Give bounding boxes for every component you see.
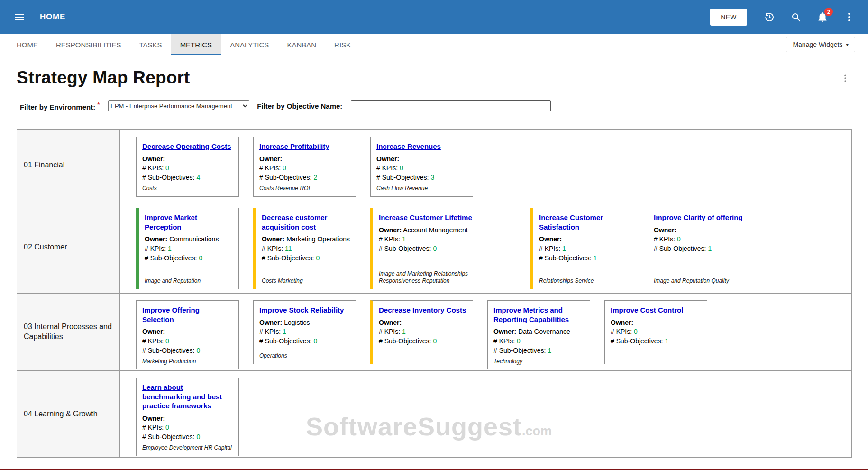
owner-value: Data Governance [518, 328, 570, 335]
tab-home[interactable]: HOME [8, 34, 47, 55]
card-tags: Image and Reputation [145, 275, 233, 285]
objective-link[interactable]: Improve Stock Reliability [259, 305, 350, 315]
card-tags: Cash Flow Revenue [376, 183, 467, 193]
subobj-value: 1 [548, 347, 551, 354]
owner-label: Owner: [379, 226, 402, 234]
tab-tasks[interactable]: TASKS [130, 34, 171, 55]
topbar-right: NEW 2 [710, 9, 855, 26]
widget-kebab-menu-icon[interactable] [841, 74, 850, 85]
kpis-value: 1 [402, 235, 406, 243]
overflow-menu-icon[interactable] [843, 11, 855, 23]
card-tags [611, 358, 701, 360]
row-label: 03 Internal Processes and Capabilities [17, 294, 120, 370]
objective-link[interactable]: Decrease Inventory Costs [379, 305, 467, 315]
card-tags: Marketing Production [142, 356, 233, 366]
topbar-left: HOME [13, 11, 65, 23]
objective-link[interactable]: Decrease Operating Costs [142, 142, 233, 151]
subobj-value: 0 [196, 433, 200, 441]
kpis-label: # KPIs: [379, 328, 400, 335]
subobj-line: # Sub-Objectives: 1 [611, 337, 701, 346]
kpis-line: # KPIs: 1 [379, 235, 510, 244]
kpis-line: # KPIs: 0 [376, 164, 467, 173]
notification-badge: 2 [824, 8, 833, 16]
objective-card: Increase Revenues Owner: # KPIs: 0 # Sub… [370, 137, 473, 197]
new-button[interactable]: NEW [710, 9, 747, 26]
objective-card: Learn about benchmarking and best practi… [136, 378, 239, 456]
menu-icon[interactable] [13, 11, 26, 23]
subobj-label: # Sub-Objectives: [142, 433, 195, 441]
subobj-line: # Sub-Objectives: 0 [379, 244, 510, 254]
tab-analytics[interactable]: ANALYTICS [221, 34, 278, 55]
owner-line: Owner: [142, 155, 233, 164]
subobj-line: # Sub-Objectives: 0 [145, 254, 233, 263]
subobj-value: 3 [430, 174, 434, 181]
objective-link[interactable]: Improve Metrics and Reporting Capabiliti… [493, 305, 584, 324]
subobj-value: 0 [433, 245, 437, 252]
subobj-label: # Sub-Objectives: [259, 337, 312, 345]
row-label: 02 Customer [17, 201, 120, 293]
kpis-value: 0 [165, 424, 169, 431]
history-icon[interactable] [763, 11, 776, 23]
owner-label: Owner: [262, 235, 284, 243]
objective-link[interactable]: Increase Customer Lifetime [379, 213, 510, 222]
subobj-label: # Sub-Objectives: [262, 254, 314, 262]
subobj-label: # Sub-Objectives: [654, 245, 706, 252]
tab-metrics[interactable]: METRICS [171, 34, 221, 55]
tab-risk[interactable]: RISK [325, 34, 360, 55]
environment-filter-label-text: Filter by Environment: [20, 103, 95, 111]
owner-line: Owner: Communications [145, 235, 233, 244]
card-tags: Costs Marketing [262, 275, 350, 285]
kpis-label: # KPIs: [379, 235, 400, 243]
kpis-value: 1 [402, 328, 406, 335]
owner-line: Owner: [654, 226, 744, 235]
subobj-line: # Sub-Objectives: 4 [142, 173, 233, 183]
objective-link[interactable]: Improve Offering Selection [142, 305, 233, 324]
kpis-value: 0 [400, 164, 403, 172]
kpis-label: # KPIs: [611, 328, 632, 335]
subobj-label: # Sub-Objectives: [493, 347, 546, 354]
subobj-line: # Sub-Objectives: 0 [259, 337, 350, 346]
subobj-label: # Sub-Objectives: [611, 337, 663, 345]
subobj-value: 4 [196, 174, 200, 181]
subobj-line: # Sub-Objectives: 1 [654, 244, 744, 254]
caret-down-icon: ▾ [846, 42, 849, 48]
card-tags [379, 358, 467, 360]
objective-card: Decrease Operating Costs Owner: # KPIs: … [136, 137, 239, 197]
notifications-bell-icon[interactable]: 2 [816, 11, 829, 23]
card-tags: Image and Marketing Relationships Respon… [379, 268, 510, 285]
kpis-label: # KPIs: [654, 235, 675, 243]
kpis-value: 0 [677, 235, 681, 243]
subobj-label: # Sub-Objectives: [142, 347, 195, 354]
kpis-label: # KPIs: [259, 328, 281, 335]
objective-link[interactable]: Improve Market Perception [145, 213, 233, 231]
objective-link[interactable]: Decrease customer acquisition cost [262, 213, 350, 231]
owner-label: Owner: [145, 235, 167, 243]
objective-link[interactable]: Increase Revenues [376, 142, 467, 151]
objective-link[interactable]: Improve Clarity of offering [654, 213, 744, 222]
subobj-value: 0 [313, 337, 317, 345]
environment-select[interactable]: EPM - Enterprise Performance Management [108, 100, 249, 111]
strategy-row: 03 Internal Processes and Capabilities I… [17, 294, 851, 371]
subobj-value: 1 [665, 337, 668, 345]
owner-line: Owner: Account Management [379, 226, 510, 235]
subobj-label: # Sub-Objectives: [145, 254, 197, 262]
objective-link[interactable]: Increase Customer Satisfaction [539, 213, 627, 231]
owner-value: Marketing Operations [286, 235, 350, 243]
owner-line: Owner: [539, 235, 627, 244]
objective-link[interactable]: Improve Cost Control [611, 305, 701, 315]
tab-responsibilities[interactable]: RESPONSIBILITIES [47, 34, 130, 55]
objective-name-input[interactable] [351, 100, 551, 111]
objective-link[interactable]: Increase Profitability [259, 142, 350, 151]
objective-card: Improve Cost Control Owner: # KPIs: 0 # … [604, 300, 707, 364]
subobj-line: # Sub-Objectives: 3 [376, 173, 467, 183]
kpis-label: # KPIs: [145, 245, 166, 252]
manage-widgets-button[interactable]: Manage Widgets ▾ [786, 37, 855, 52]
page-title: Strategy Map Report [17, 68, 868, 88]
search-icon[interactable] [790, 11, 802, 23]
kpis-label: # KPIs: [539, 245, 560, 252]
tab-kanban[interactable]: KANBAN [278, 34, 325, 55]
row-label: 04 Learning & Growth [17, 371, 120, 457]
card-tags: Costs Revenue ROI [259, 183, 350, 193]
objective-link[interactable]: Learn about benchmarking and best practi… [142, 383, 233, 411]
subobj-label: # Sub-Objectives: [376, 174, 429, 181]
